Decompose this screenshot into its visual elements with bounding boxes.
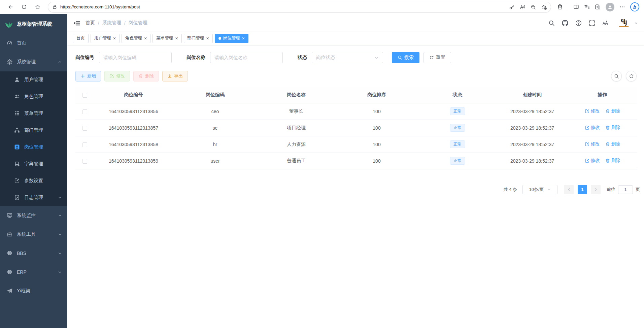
prev-page-button[interactable] [564, 185, 574, 194]
back-button[interactable] [5, 1, 16, 13]
row-checkbox[interactable] [82, 142, 87, 147]
row-edit-button[interactable]: 修改 [585, 125, 600, 131]
tab-actions-icon[interactable] [595, 4, 601, 10]
user-avatar[interactable]: Ⴁj [618, 19, 630, 27]
zoom-out-icon[interactable] [531, 4, 536, 10]
select-all-header [75, 87, 94, 103]
close-icon[interactable]: × [113, 36, 116, 41]
log-icon [14, 195, 20, 201]
row-checkbox[interactable] [82, 109, 87, 114]
row-edit-button[interactable]: 修改 [585, 158, 600, 164]
copilot-icon[interactable]: b [630, 2, 639, 11]
breadcrumb-item[interactable]: 系统管理 [102, 20, 121, 26]
sidebar-item-system-management[interactable]: 系统管理 [0, 53, 67, 71]
sidebar-item-role-management[interactable]: 角色管理 [0, 88, 67, 105]
github-icon[interactable] [562, 20, 568, 26]
avatar-caret-icon[interactable] [634, 21, 638, 25]
tab-home[interactable]: 首页 [73, 34, 89, 43]
close-icon[interactable]: × [242, 36, 245, 41]
delete-button-label: 删除 [145, 73, 154, 79]
close-icon[interactable]: × [175, 36, 178, 41]
page-number-1[interactable]: 1 [578, 185, 587, 194]
tab-post-management[interactable]: 岗位管理× [215, 34, 248, 43]
sidebar-item-system-tools[interactable]: 系统工具 [0, 225, 67, 244]
cell-created-time: 2023-03-29 18:52:37 [497, 120, 568, 136]
add-button[interactable]: 新增 [75, 71, 101, 81]
sidebar-item-bbs[interactable]: BBS [0, 244, 67, 263]
page-size-select[interactable]: 10条/页 [522, 185, 557, 194]
status-label: 状态 [298, 55, 307, 61]
password-key-icon[interactable] [509, 4, 514, 10]
close-icon[interactable]: × [144, 36, 147, 41]
row-delete-button[interactable]: 删除 [605, 141, 620, 147]
fullscreen-icon[interactable] [589, 20, 595, 26]
sidebar-item-erp[interactable]: ERP [0, 263, 67, 282]
extensions-icon[interactable] [557, 4, 563, 10]
read-aloud-icon[interactable] [520, 4, 525, 10]
row-delete-button[interactable]: 删除 [605, 125, 620, 131]
address-bar[interactable]: https://ccnetcore.com:1101/system/post [48, 2, 551, 12]
row-delete-button[interactable]: 删除 [605, 158, 620, 164]
status-select[interactable]: 岗位状态 [312, 52, 383, 63]
post-id-input[interactable] [99, 52, 172, 63]
help-icon[interactable] [575, 20, 582, 26]
next-page-button[interactable] [591, 185, 601, 194]
tab-user-management[interactable]: 用户管理× [91, 34, 120, 43]
url-text[interactable]: https://ccnetcore.com:1101/system/post [60, 4, 509, 9]
edit-button[interactable]: 修改 [104, 71, 130, 81]
sidebar-collapse-icon[interactable] [73, 20, 80, 27]
cell-status: 正常 [418, 153, 497, 169]
cell-post-sort: 100 [335, 103, 418, 120]
home-icon [35, 4, 40, 10]
browser-profile-avatar[interactable] [606, 3, 614, 11]
select-all-checkbox[interactable] [82, 93, 87, 98]
browser-menu-icon[interactable] [619, 4, 625, 10]
refresh-table-button[interactable] [626, 71, 637, 81]
sidebar-item-post-management[interactable]: 岗位管理 [0, 139, 67, 156]
sidebar-item-param-settings[interactable]: 参数设置 [0, 172, 67, 189]
sidebar-item-system-monitor[interactable]: 系统监控 [0, 206, 67, 225]
reload-button[interactable] [18, 1, 30, 13]
org-tree-icon [14, 127, 20, 133]
row-edit-button[interactable]: 修改 [585, 141, 600, 147]
page-size-value: 10条/页 [529, 187, 544, 193]
sidebar-item-user-management[interactable]: 用户管理 [0, 71, 67, 88]
sidebar-item-dept-management[interactable]: 部门管理 [0, 122, 67, 139]
toggle-search-button[interactable] [611, 71, 622, 81]
search-button[interactable]: 搜索 [392, 52, 419, 63]
sidebar-item-home[interactable]: 首页 [0, 34, 67, 53]
sidebar-item-dict-management[interactable]: 字典管理 [0, 156, 67, 172]
split-screen-icon[interactable] [573, 4, 579, 10]
breadcrumb-item[interactable]: 首页 [86, 20, 95, 26]
tab-menu-management[interactable]: 菜单管理× [152, 34, 181, 43]
sidebar-item-log-management[interactable]: 日志管理 [0, 189, 67, 206]
sidebar-item-yi-framework[interactable]: Yi框架 [0, 282, 67, 300]
delete-button[interactable]: 删除 [133, 71, 159, 81]
row-edit-button[interactable]: 修改 [585, 108, 600, 114]
download-icon [167, 74, 172, 78]
cell-post-name: 人力资源 [257, 136, 335, 153]
close-icon[interactable]: × [206, 36, 209, 41]
tab-role-management[interactable]: 角色管理× [122, 34, 150, 43]
row-delete-button[interactable]: 删除 [605, 108, 620, 114]
sidebar-item-label: 字典管理 [24, 161, 43, 167]
export-button[interactable]: 导出 [162, 71, 188, 81]
reset-button-label: 重置 [436, 55, 445, 61]
paper-plane-icon [7, 288, 13, 294]
row-checkbox[interactable] [82, 126, 87, 131]
font-size-icon[interactable] [602, 20, 609, 26]
reset-button[interactable]: 重置 [423, 52, 451, 63]
post-name-input[interactable] [210, 52, 283, 63]
cell-status: 正常 [418, 120, 497, 136]
goto-page-input[interactable] [618, 185, 633, 194]
person-icon [607, 4, 613, 10]
tab-dept-management[interactable]: 部门管理× [184, 34, 213, 43]
sidebar-item-label: 系统监控 [17, 212, 36, 219]
header-search-icon[interactable] [548, 20, 555, 26]
row-checkbox[interactable] [82, 159, 87, 164]
collections-icon[interactable] [584, 4, 590, 10]
add-favorite-icon[interactable] [541, 4, 547, 10]
home-button[interactable] [32, 1, 43, 13]
row-delete-label: 删除 [611, 108, 620, 114]
sidebar-item-menu-management[interactable]: 菜单管理 [0, 105, 67, 122]
